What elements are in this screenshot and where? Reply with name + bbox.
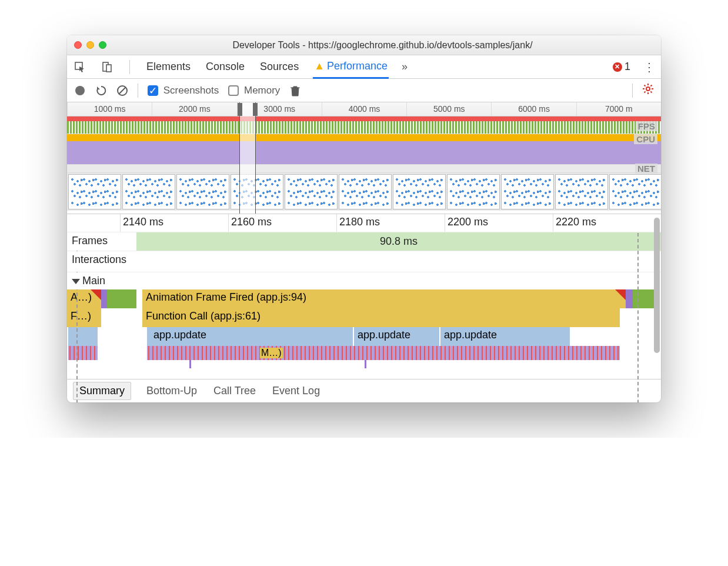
frames-track-label: Frames [67,232,136,251]
titlebar: Developer Tools - https://googlechrome.g… [67,35,661,55]
long-task-indicator-icon [91,289,101,300]
overview-tick: 7000 m [576,102,661,116]
screenshot-thumb[interactable] [393,174,446,209]
maximize-icon[interactable] [99,41,106,49]
svg-line-11 [650,91,652,92]
tab-bottom-up[interactable]: Bottom-Up [145,381,198,401]
svg-line-10 [644,85,646,86]
frame-duration-value: 90.8 ms [380,235,418,248]
screenshot-thumb[interactable] [339,174,392,209]
device-toggle-icon[interactable] [100,60,114,74]
frame-duration-bar[interactable]: 90.8 ms [136,232,661,251]
flame-row-4 [67,360,661,379]
tab-call-tree[interactable]: Call Tree [212,381,257,401]
flame-row-1: F…) Function Call (app.js:61) [67,308,661,327]
flame-event-app-update[interactable]: app.update [147,327,353,346]
flame-event-label: app.update [358,329,410,341]
tab-event-log[interactable]: Event Log [271,381,321,401]
clear-button[interactable] [116,85,128,96]
kebab-menu-icon[interactable]: ⋮ [643,60,655,74]
flame-event[interactable]: F…) [67,308,101,327]
frames-track[interactable]: Frames 90.8 ms [67,232,661,251]
tab-summary[interactable]: Summary [73,382,131,400]
flame-event-label: M…) [260,348,283,358]
window-title: Developer Tools - https://googlechrome.g… [111,40,654,51]
flame-event-label: F…) [71,310,91,322]
flame-row-0: A…) Animation Frame Fired (app.js:94) [67,289,661,308]
selection-handle-right[interactable] [253,103,258,116]
screenshot-thumb[interactable] [285,174,338,209]
tabs-overflow[interactable]: » [402,61,408,73]
minimize-icon[interactable] [86,41,94,49]
flame-event[interactable] [68,327,98,346]
selection-handle-left[interactable] [238,103,242,116]
checkbox-checked-icon: ✓ [148,85,158,96]
flame-event[interactable] [68,346,98,360]
settings-gear-icon[interactable] [642,83,654,98]
flame-event-label: Animation Frame Fired (app.js:94) [146,291,306,303]
fps-label: FPS [636,121,657,131]
detail-scrollbar[interactable] [653,214,660,385]
screenshot-thumb[interactable] [501,174,554,209]
detail-tick: 2200 ms [445,214,553,232]
screenshot-thumb[interactable] [447,174,500,209]
screenshot-thumb[interactable] [231,174,283,209]
flame-event-animation-frame[interactable]: Animation Frame Fired (app.js:94) [142,289,626,308]
flame-event[interactable] [189,360,191,368]
flame-event-app-update[interactable]: app.update [354,327,439,346]
flame-event[interactable]: A…) [67,289,101,308]
checkbox-unchecked-icon [228,85,239,96]
garbage-collect-button[interactable] [289,85,301,96]
inspect-icon[interactable] [73,60,87,74]
screenshot-thumb[interactable] [122,174,175,209]
screenshot-thumb[interactable] [555,174,608,209]
warning-icon: ▲ [314,60,325,72]
screenshot-thumb[interactable] [609,174,661,209]
overview-frames-bar [67,116,661,121]
overview-tick: 6000 ms [491,102,576,116]
record-button[interactable] [74,85,86,96]
flame-event[interactable] [365,360,366,368]
screenshots-label: Screenshots [163,85,219,96]
flame-event-label: Function Call (app.js:61) [146,310,261,322]
devtools-window: Developer Tools - https://googlechrome.g… [67,35,661,402]
overview-cpu-row: CPU [67,134,661,165]
overview-selection[interactable] [239,102,256,214]
screenshot-thumb[interactable] [68,174,121,209]
screenshot-thumb[interactable] [176,174,229,209]
svg-line-13 [650,85,652,86]
flame-event[interactable] [107,289,136,308]
memory-label: Memory [244,85,280,96]
overview-tick: 4000 ms [322,102,406,116]
overview-tick: 5000 ms [406,102,491,116]
overview-tick: 2000 ms [152,102,236,116]
reload-button[interactable] [95,85,107,96]
error-count[interactable]: ✕ 1 [613,61,630,73]
flame-event[interactable] [147,346,620,360]
flame-event-label: app.update [153,329,206,341]
close-icon[interactable] [74,41,82,49]
window-controls [74,41,106,49]
tab-sources[interactable]: Sources [259,56,300,78]
screenshots-checkbox[interactable]: ✓ Screenshots [148,85,219,96]
flame-chart[interactable]: A…) Animation Frame Fired (app.js:94) F…… [67,289,661,379]
interactions-track[interactable]: Interactions [67,251,661,272]
detail-bottom-tabs: Summary Bottom-Up Call Tree Event Log [67,379,661,402]
flame-event-app-update[interactable]: app.update [440,327,570,346]
cpu-label: CPU [634,134,657,144]
flame-row-3: M…) [67,346,661,360]
main-track-header[interactable]: Main [67,272,661,289]
tab-performance[interactable]: ▲Performance [313,55,389,79]
overview-screenshots-row [67,173,661,211]
net-label: NET [635,164,657,174]
memory-checkbox[interactable]: Memory [228,85,280,96]
tab-elements[interactable]: Elements [145,56,192,78]
tab-console[interactable]: Console [205,56,246,78]
scrollbar-thumb[interactable] [654,218,660,353]
flame-event-function-call[interactable]: Function Call (app.js:61) [142,308,620,327]
detail-tick: 2180 ms [336,214,445,232]
overview-timeline[interactable]: 1000 ms 2000 ms 3000 ms 4000 ms 5000 ms … [67,102,661,214]
disclosure-triangle-icon[interactable] [72,279,80,284]
flame-event[interactable] [626,289,633,308]
perf-toolbar: ✓ Screenshots Memory [67,79,661,102]
